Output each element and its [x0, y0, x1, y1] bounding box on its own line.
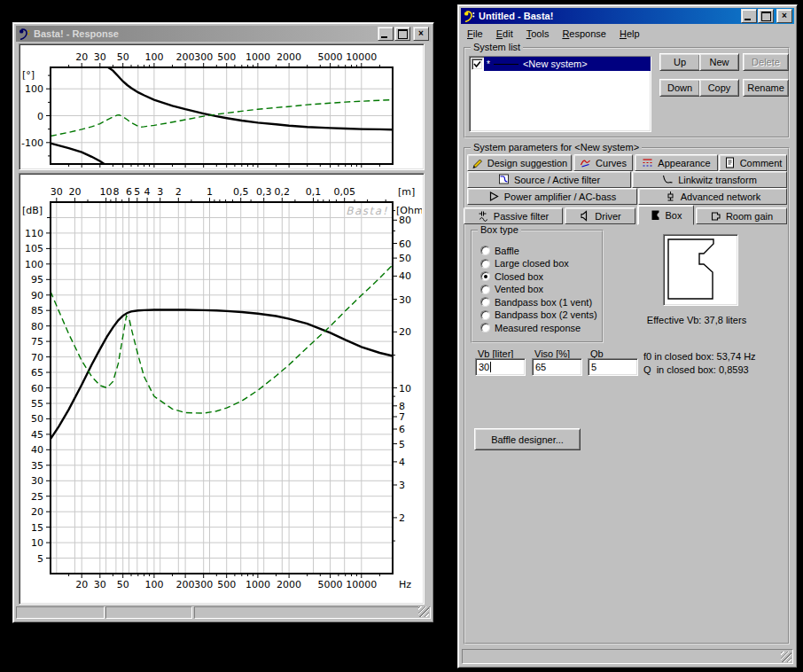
new-button[interactable]: New	[699, 53, 739, 71]
radio-bandpass-box-2-vents-[interactable]: Bandpass box (2 vents)	[480, 309, 597, 321]
svg-text:20: 20	[75, 579, 88, 590]
menu-response[interactable]: Response	[557, 27, 612, 41]
source-filter-icon	[498, 174, 510, 185]
copy-button[interactable]: Copy	[699, 79, 739, 97]
box-diagram-panel	[663, 234, 738, 306]
curve-color-swatch	[494, 64, 518, 65]
system-listbox[interactable]: *<New system>	[469, 56, 651, 132]
svg-text:100: 100	[25, 83, 43, 95]
room-gain-icon	[710, 210, 721, 222]
svg-text:20: 20	[31, 506, 43, 518]
svg-text:1000: 1000	[246, 51, 270, 63]
menu-edit[interactable]: Edit	[491, 27, 518, 41]
minimize-button[interactable]	[378, 27, 394, 41]
svg-text:100: 100	[25, 259, 43, 270]
svg-text:0,3: 0,3	[256, 186, 272, 198]
svg-text:10000: 10000	[346, 579, 377, 590]
svg-text:50: 50	[117, 51, 129, 63]
box-icon	[650, 209, 661, 221]
tab-power-amplifier-ac-bass[interactable]: Power amplifier / AC-bass	[467, 188, 637, 205]
vb-input[interactable]: 30	[475, 358, 526, 376]
delete-button[interactable]: Delete	[743, 53, 789, 71]
svg-text:[m]: [m]	[398, 186, 415, 198]
up-button[interactable]: Up	[659, 53, 700, 71]
tab-appearance[interactable]: Appearance	[635, 154, 718, 171]
radio-label: Bandpass box (2 vents)	[495, 309, 597, 320]
text-caret	[490, 362, 491, 372]
menu-tools[interactable]: Tools	[521, 27, 555, 41]
svg-text:2: 2	[175, 186, 182, 198]
menu-help[interactable]: Help	[614, 27, 645, 41]
svg-text:5000: 5000	[318, 579, 343, 590]
svg-text:40: 40	[399, 270, 411, 282]
svg-text:5: 5	[37, 553, 43, 565]
tab-linkwitz-transform[interactable]: Linkwitz transform	[632, 171, 787, 188]
radio-label: Baffle	[495, 246, 519, 256]
viso-input[interactable]: 65	[532, 358, 582, 376]
svg-text:3: 3	[157, 186, 163, 198]
radio-baffle[interactable]: Baffle	[480, 245, 519, 256]
tab-label: Box	[666, 210, 682, 221]
tab-comment[interactable]: Comment	[719, 154, 787, 171]
selected-system-row[interactable]: *<New system>	[484, 57, 651, 71]
svg-text:1000: 1000	[246, 579, 270, 590]
tab-curves[interactable]: Curves	[573, 154, 633, 171]
rename-button[interactable]: Rename	[743, 79, 789, 97]
bass-clef-icon	[463, 10, 475, 22]
resize-grip[interactable]	[781, 652, 791, 662]
down-button[interactable]: Down	[659, 79, 700, 97]
tab-box[interactable]: Box	[637, 205, 694, 225]
spl-impedance-plot: Basta!2030501002003005001000200050001000…	[19, 174, 422, 602]
tab-passive-filter[interactable]: Passive filter	[464, 207, 563, 224]
svg-text:70: 70	[31, 352, 43, 363]
svg-text:0,2: 0,2	[275, 186, 291, 198]
tab-driver[interactable]: Driver	[565, 207, 635, 224]
svg-text:200: 200	[176, 579, 195, 590]
appearance-icon	[642, 157, 653, 168]
radio-circle[interactable]	[480, 297, 490, 307]
baffle-designer-button[interactable]: Baffle designer...	[474, 428, 581, 450]
radio-large-closed-box[interactable]: Large closed box	[480, 258, 569, 270]
comment-icon	[724, 157, 736, 168]
radio-closed-box[interactable]: Closed box	[480, 270, 543, 282]
radio-circle[interactable]	[480, 271, 490, 281]
list-item[interactable]: *<New system>	[470, 57, 651, 71]
qb-input[interactable]: 5	[588, 358, 638, 376]
svg-text:15: 15	[31, 522, 43, 534]
menu-file[interactable]: File	[462, 27, 488, 41]
tab-label: Comment	[740, 158, 783, 168]
radio-circle[interactable]	[480, 285, 490, 294]
radio-circle[interactable]	[480, 246, 490, 255]
svg-text:5: 5	[134, 186, 140, 198]
svg-text:55: 55	[31, 398, 43, 410]
radio-bandpass-box-1-vent-[interactable]: Bandpass box (1 vent)	[480, 296, 592, 308]
svg-text:50: 50	[117, 579, 129, 590]
radio-circle[interactable]	[480, 323, 490, 332]
system-parameters-label: System parameters for <New system>	[471, 142, 642, 152]
tab-room-gain[interactable]: Room gain	[696, 207, 787, 224]
minimize-button[interactable]	[741, 9, 757, 23]
radio-measured-response[interactable]: Measured response	[480, 322, 581, 333]
main-titlebar[interactable]: Untitled - Basta! ×	[461, 8, 794, 24]
radio-label: Vented box	[495, 284, 543, 294]
resize-grip[interactable]	[418, 606, 429, 617]
tab-advanced-network[interactable]: Advanced network	[638, 188, 787, 205]
svg-text:30: 30	[399, 294, 411, 306]
svg-text:50: 50	[399, 253, 411, 264]
radio-vented-box[interactable]: Vented box	[480, 284, 543, 295]
close-button[interactable]: ×	[413, 27, 429, 41]
tab-design-suggestion[interactable]: Design suggestion	[467, 154, 572, 171]
radio-circle[interactable]	[480, 310, 490, 320]
main-window: Untitled - Basta! × FileEditToolsRespons…	[457, 4, 798, 668]
close-button[interactable]: ×	[776, 9, 792, 23]
main-status-bar	[462, 649, 793, 664]
tab-source-active-filter[interactable]: Source / Active filter	[467, 171, 631, 188]
system-checkbox[interactable]	[472, 59, 483, 70]
svg-text:300: 300	[194, 579, 213, 590]
system-name: <New system>	[523, 59, 588, 69]
response-titlebar[interactable]: Basta! - Response ×	[16, 26, 431, 42]
maximize-button[interactable]	[394, 27, 410, 41]
radio-circle[interactable]	[480, 259, 490, 269]
maximize-button[interactable]	[758, 9, 774, 23]
box-type-label: Box type	[478, 224, 521, 235]
